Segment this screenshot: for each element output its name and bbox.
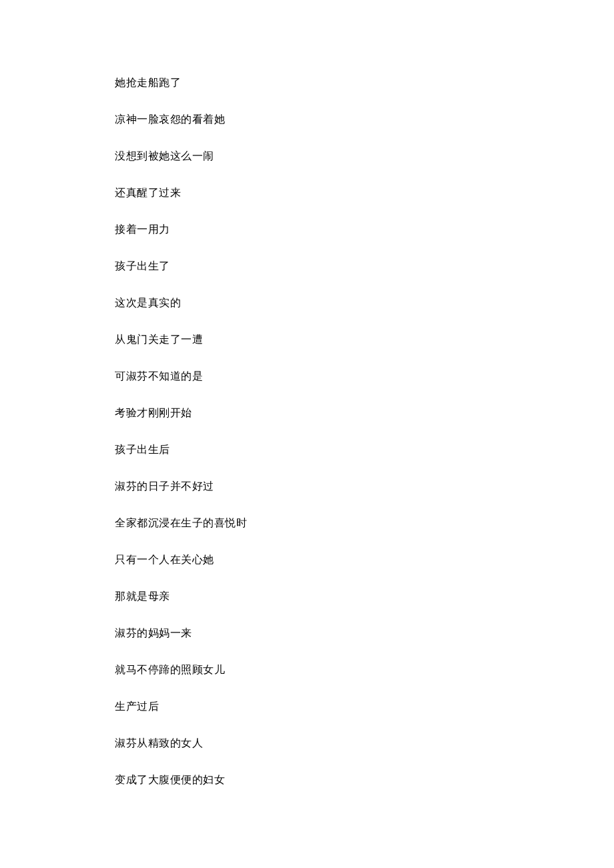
- text-line: 只有一个人在关心她: [115, 554, 499, 565]
- text-line: 淑芬从精致的女人: [115, 738, 499, 749]
- text-line: 孩子出生后: [115, 444, 499, 455]
- text-line: 孩子出生了: [115, 261, 499, 272]
- text-line: 生产过后: [115, 701, 499, 712]
- text-line: 就马不停蹄的照顾女儿: [115, 665, 499, 675]
- text-line: 这次是真实的: [115, 298, 499, 308]
- text-line: 没想到被她这么一闹: [115, 151, 499, 161]
- text-line: 淑芬的日子并不好过: [115, 481, 499, 492]
- text-line: 她抢走船跑了: [115, 77, 499, 88]
- text-line: 全家都沉浸在生子的喜悦时: [115, 518, 499, 528]
- text-line: 还真醒了过来: [115, 187, 499, 198]
- text-line: 那就是母亲: [115, 591, 499, 602]
- text-line: 可淑芬不知道的是: [115, 371, 499, 382]
- text-line: 接着一用力: [115, 224, 499, 235]
- text-line: 考验才刚刚开始: [115, 408, 499, 418]
- text-line: 凉神一脸哀怨的看着她: [115, 114, 499, 125]
- text-line: 淑芬的妈妈一来: [115, 628, 499, 638]
- text-line: 从鬼门关走了一遭: [115, 334, 499, 345]
- text-line: 变成了大腹便便的妇女: [115, 775, 499, 785]
- document-content: 她抢走船跑了 凉神一脸哀怨的看着她 没想到被她这么一闹 还真醒了过来 接着一用力…: [115, 77, 499, 811]
